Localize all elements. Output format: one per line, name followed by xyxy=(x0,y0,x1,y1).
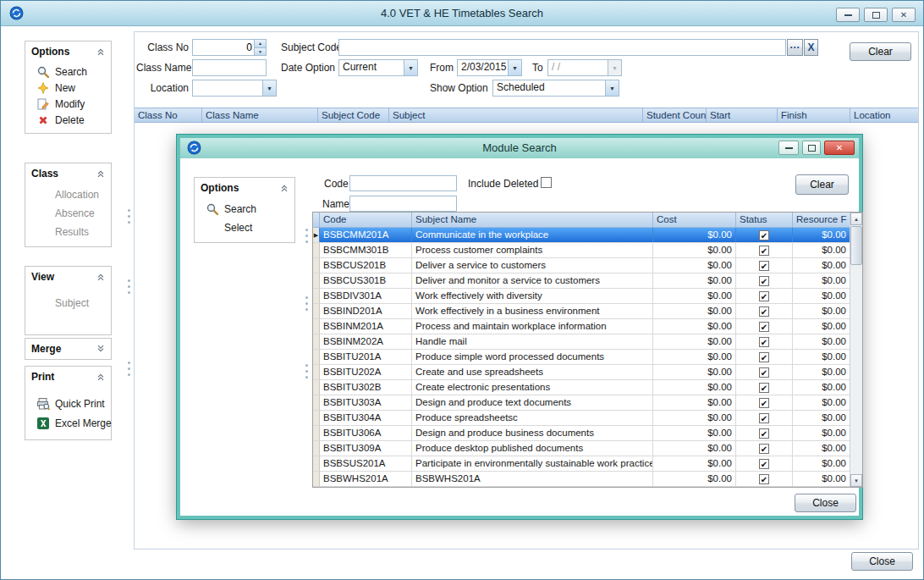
table-row[interactable]: BSBITU306ADesign and produce business do… xyxy=(313,426,850,441)
status-checkbox[interactable]: ✔ xyxy=(759,352,769,362)
column-header[interactable]: Class No xyxy=(135,108,202,122)
table-row[interactable]: BSBITU303ADesign and produce text docume… xyxy=(313,395,850,411)
status-checkbox[interactable]: ✔ xyxy=(759,276,769,286)
table-row[interactable]: ▶BSBCMM201ACommunicate in the workplace$… xyxy=(313,228,850,243)
column-header[interactable]: Location xyxy=(850,108,918,122)
sidebar-item-search[interactable]: Search xyxy=(195,200,294,218)
column-header[interactable]: Subject Code xyxy=(318,108,389,122)
clear-button[interactable]: Clear xyxy=(795,174,849,195)
column-header[interactable]: Finish xyxy=(778,108,850,122)
options-panel-header[interactable]: Options xyxy=(25,41,111,62)
close-button[interactable]: Close xyxy=(851,552,913,571)
scroll-down-icon[interactable]: ▼ xyxy=(850,474,862,487)
sidebar-item-delete[interactable]: Delete xyxy=(25,112,111,128)
subject-code-input[interactable] xyxy=(338,39,786,56)
class-no-spinner[interactable]: ▲ ▼ xyxy=(192,39,267,56)
sidebar-item-modify[interactable]: Modify xyxy=(25,96,111,112)
sidebar-splitter[interactable] xyxy=(305,212,309,488)
close-button[interactable]: ✕ xyxy=(824,141,855,155)
sidebar-item-label: Quick Print xyxy=(55,398,105,410)
column-header[interactable]: Status xyxy=(736,213,793,227)
status-checkbox[interactable]: ✔ xyxy=(759,307,769,317)
status-checkbox[interactable]: ✔ xyxy=(759,261,769,271)
status-checkbox[interactable]: ✔ xyxy=(759,428,769,439)
include-deleted-checkbox[interactable] xyxy=(541,177,552,188)
column-header[interactable]: Code xyxy=(320,213,412,227)
table-row[interactable]: BSBINM201AProcess and maintain workplace… xyxy=(313,319,850,334)
status-checkbox[interactable]: ✔ xyxy=(759,337,769,347)
column-header[interactable]: Resource F xyxy=(793,213,850,227)
code-input[interactable] xyxy=(349,175,457,191)
table-row[interactable]: BSBWHS201ABSBWHS201A$0.00✔$0.00 xyxy=(313,472,850,487)
sidebar-item-label: Excel Merge xyxy=(55,417,112,429)
status-checkbox[interactable]: ✔ xyxy=(759,444,769,454)
cell-status: ✔ xyxy=(736,441,793,456)
table-row[interactable]: BSBITU302BCreate electronic presentation… xyxy=(313,380,850,395)
maximize-button[interactable] xyxy=(864,8,888,22)
merge-panel-header[interactable]: Merge xyxy=(25,339,111,359)
options-panel-header[interactable]: Options xyxy=(195,178,294,198)
maximize-button[interactable] xyxy=(802,141,821,155)
print-panel-header[interactable]: Print xyxy=(25,367,111,387)
spin-down-icon[interactable]: ▼ xyxy=(255,48,266,56)
status-checkbox[interactable]: ✔ xyxy=(759,230,769,240)
table-row[interactable]: BSBITU201AProduce simple word processed … xyxy=(313,350,850,365)
table-row[interactable]: BSBSUS201AParticipate in environmentally… xyxy=(313,456,850,472)
column-header[interactable]: Start xyxy=(707,108,778,122)
status-checkbox[interactable]: ✔ xyxy=(759,246,769,256)
table-row[interactable]: BSBCUS201BDeliver a service to customers… xyxy=(313,258,850,273)
row-indicator xyxy=(313,380,320,395)
subject-code-lookup-button[interactable]: ··· xyxy=(787,39,803,56)
table-row[interactable]: BSBITU202ACreate and use spreadsheets$0.… xyxy=(313,365,850,380)
status-checkbox[interactable]: ✔ xyxy=(759,322,769,332)
class-name-input[interactable] xyxy=(192,59,267,76)
sidebar-item-quick-print[interactable]: Quick Print xyxy=(25,394,111,413)
column-header[interactable]: Cost xyxy=(653,213,736,227)
clear-button[interactable]: Clear xyxy=(850,42,911,61)
table-row[interactable]: BSBIND201AWork effectively in a business… xyxy=(313,304,850,319)
sidebar-item-search[interactable]: Search xyxy=(25,64,111,80)
status-checkbox[interactable]: ✔ xyxy=(759,367,769,378)
sidebar-item-select[interactable]: Select xyxy=(195,218,294,237)
class-no-input[interactable] xyxy=(193,40,254,55)
sidebar-splitter[interactable] xyxy=(127,31,131,550)
sidebar-item-new[interactable]: New xyxy=(25,80,111,96)
from-date-select[interactable]: 2/03/2015 ▼ xyxy=(457,59,522,76)
close-button[interactable]: Close xyxy=(795,494,856,512)
minimize-button[interactable] xyxy=(778,141,799,155)
sidebar-item-absence[interactable]: Absence xyxy=(25,204,111,223)
sidebar-item-allocation[interactable]: Allocation xyxy=(25,185,111,204)
column-header[interactable]: Class Name xyxy=(202,108,318,122)
view-panel-header[interactable]: View xyxy=(25,267,111,287)
status-checkbox[interactable]: ✔ xyxy=(759,398,769,408)
close-button[interactable]: ✕ xyxy=(892,8,916,22)
status-checkbox[interactable]: ✔ xyxy=(759,474,769,484)
table-row[interactable]: BSBDIV301AWork effectively with diversit… xyxy=(313,289,850,304)
status-checkbox[interactable]: ✔ xyxy=(759,459,769,469)
status-checkbox[interactable]: ✔ xyxy=(759,383,769,393)
spin-up-icon[interactable]: ▲ xyxy=(255,40,266,48)
status-checkbox[interactable]: ✔ xyxy=(759,291,769,301)
sidebar-item-excel-merge[interactable]: Excel Merge xyxy=(25,413,111,433)
status-checkbox[interactable]: ✔ xyxy=(759,413,769,423)
column-header[interactable]: Subject xyxy=(389,108,643,122)
column-header[interactable]: Subject Name xyxy=(412,213,653,227)
sidebar-item-results[interactable]: Results xyxy=(25,223,111,241)
scroll-up-icon[interactable]: ▲ xyxy=(850,213,862,225)
table-row[interactable]: BSBINM202AHandle mail$0.00✔$0.00 xyxy=(313,334,850,350)
table-row[interactable]: BSBITU304AProduce spreadsheetsc$0.00✔$0.… xyxy=(313,411,850,426)
table-row[interactable]: BSBCUS301BDeliver and monitor a service … xyxy=(313,273,850,289)
table-row[interactable]: BSBCMM301BProcess customer complaints$0.… xyxy=(313,243,850,258)
scrollbar[interactable]: ▲ ▼ xyxy=(850,213,862,487)
sidebar-item-subject[interactable]: Subject xyxy=(25,294,111,312)
minimize-button[interactable] xyxy=(836,8,860,22)
date-option-select[interactable]: Current ▼ xyxy=(338,59,418,76)
table-row[interactable]: BSBITU309AProduce desktop published docu… xyxy=(313,441,850,456)
name-input[interactable] xyxy=(349,196,457,212)
subject-code-clear-button[interactable]: X xyxy=(804,39,818,56)
location-select[interactable]: ▼ xyxy=(192,80,277,97)
column-header[interactable]: Student Count xyxy=(643,108,707,122)
class-panel-header[interactable]: Class xyxy=(25,163,111,184)
show-option-select[interactable]: Scheduled ▼ xyxy=(492,80,619,97)
scroll-thumb[interactable] xyxy=(850,226,862,265)
